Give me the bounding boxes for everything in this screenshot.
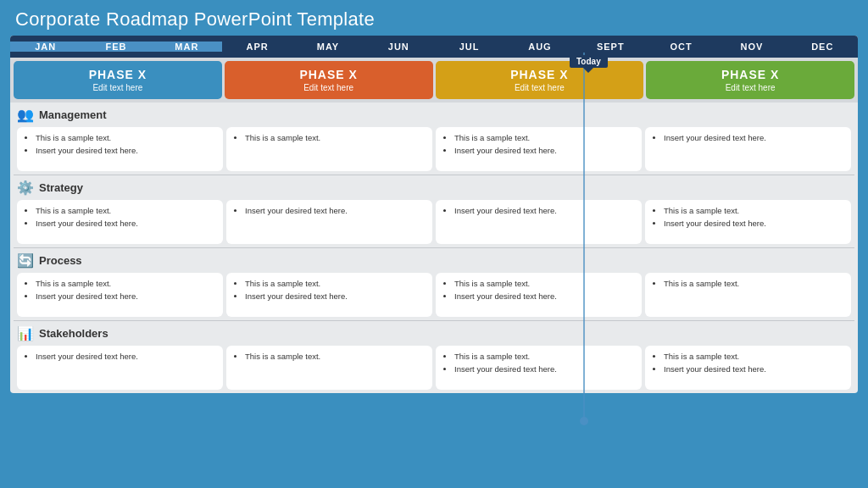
card-3-3: This is a sample text.Insert your desire… — [645, 346, 851, 390]
card-1-2: Insert your desired text here. — [436, 200, 642, 244]
card-1-0: This is a sample text.Insert your desire… — [17, 200, 223, 244]
card-list-item: Insert your desired text here. — [664, 363, 844, 375]
card-3-1: This is a sample text. — [226, 346, 432, 390]
phase-title-2: PHASE X — [439, 68, 641, 81]
card-3-0: Insert your desired text here. — [17, 346, 223, 390]
category-icon-stakeholders: 📊 — [17, 325, 34, 341]
category-section-process: 🔄ProcessThis is a sample text.Insert you… — [10, 248, 858, 320]
month-cell-apr: APR — [222, 42, 292, 52]
month-cell-dec: DEC — [787, 42, 858, 52]
month-cell-sept: SEPT — [576, 42, 646, 52]
phase-sub-0: Edit text here — [17, 83, 219, 92]
today-flag-wrapper: Today — [570, 53, 608, 68]
card-list-item: This is a sample text. — [454, 278, 635, 290]
category-section-strategy: ⚙️StrategyThis is a sample text.Insert y… — [10, 175, 858, 247]
card-2-3: This is a sample text. — [645, 273, 851, 317]
category-section-stakeholders: 📊StakeholdersInsert your desired text he… — [10, 321, 858, 393]
card-0-0: This is a sample text.Insert your desire… — [17, 127, 223, 171]
month-cell-feb: FEB — [81, 42, 151, 52]
card-2-1: This is a sample text.Insert your desire… — [226, 273, 432, 317]
phase-box-0: PHASE XEdit text here — [14, 61, 222, 99]
phase-sub-1: Edit text here — [228, 83, 430, 92]
card-list-item: Insert your desired text here. — [245, 205, 426, 217]
category-header-process: 🔄Process — [15, 251, 853, 270]
cards-row-stakeholders: Insert your desired text here.This is a … — [15, 343, 853, 393]
card-list-item: Insert your desired text here. — [454, 145, 635, 157]
card-0-2: This is a sample text.Insert your desire… — [436, 127, 642, 171]
months-row: JANFEBMARAPRMAYJUNJULAUGSEPTOCTNOVDEC — [10, 36, 858, 58]
month-cell-aug: AUG — [504, 42, 575, 52]
category-name-stakeholders: Stakeholders — [39, 327, 108, 340]
page-title: Corporate Roadmap PowerPoint Template — [0, 0, 868, 36]
card-list-item: Insert your desired text here. — [664, 218, 844, 230]
category-name-strategy: Strategy — [39, 181, 83, 194]
card-list-item: This is a sample text. — [36, 278, 216, 290]
month-cell-jan: JAN — [10, 42, 81, 52]
phase-title-1: PHASE X — [228, 68, 430, 81]
phase-box-1: PHASE XEdit text here — [225, 61, 433, 99]
card-list-item: Insert your desired text here. — [36, 145, 216, 157]
card-1-3: This is a sample text.Insert your desire… — [645, 200, 851, 244]
category-section-management: 👥ManagementThis is a sample text.Insert … — [10, 103, 858, 175]
card-list-item: This is a sample text. — [36, 205, 216, 217]
card-list-item: This is a sample text. — [245, 351, 426, 363]
today-flag: Today — [570, 55, 608, 68]
category-icon-process: 🔄 — [17, 252, 34, 269]
phase-box-2: PHASE XEdit text here — [436, 61, 644, 99]
card-list-item: Insert your desired text here. — [36, 218, 216, 230]
month-cell-jun: JUN — [364, 42, 434, 52]
content-area: JANFEBMARAPRMAYJUNJULAUGSEPTOCTNOVDEC PH… — [10, 36, 858, 393]
month-cell-nov: NOV — [716, 42, 787, 52]
card-list-item: Insert your desired text here. — [454, 205, 635, 217]
card-list-item: This is a sample text. — [245, 132, 426, 144]
category-header-stakeholders: 📊Stakeholders — [15, 324, 853, 343]
card-0-1: This is a sample text. — [226, 127, 432, 171]
month-cell-oct: OCT — [646, 42, 716, 52]
today-line — [583, 53, 585, 417]
card-list-item: Insert your desired text here. — [245, 291, 426, 302]
category-name-management: Management — [39, 108, 106, 121]
category-header-management: 👥Management — [15, 105, 853, 125]
card-2-0: This is a sample text.Insert your desire… — [17, 273, 223, 317]
card-list-item: Insert your desired text here. — [664, 132, 844, 144]
cards-row-strategy: This is a sample text.Insert your desire… — [15, 197, 853, 247]
card-list-item: Insert your desired text here. — [454, 291, 635, 302]
card-list-item: This is a sample text. — [664, 278, 844, 290]
card-list-item: This is a sample text. — [454, 132, 635, 144]
phase-title-3: PHASE X — [649, 68, 851, 81]
month-cell-may: MAY — [292, 42, 363, 52]
card-list-item: Insert your desired text here. — [36, 351, 216, 363]
card-3-2: This is a sample text.Insert your desire… — [436, 346, 642, 390]
card-list-item: This is a sample text. — [664, 205, 844, 217]
card-list-item: This is a sample text. — [245, 278, 426, 290]
card-list-item: This is a sample text. — [36, 132, 216, 144]
phase-title-0: PHASE X — [17, 68, 219, 81]
category-header-strategy: ⚙️Strategy — [15, 178, 853, 197]
today-dot — [580, 417, 588, 425]
phase-sub-2: Edit text here — [439, 83, 641, 92]
card-list-item: This is a sample text. — [664, 351, 844, 363]
card-list-item: Insert your desired text here. — [36, 291, 216, 302]
card-1-1: Insert your desired text here. — [226, 200, 432, 244]
month-cell-jul: JUL — [434, 42, 504, 52]
category-icon-management: 👥 — [17, 107, 34, 123]
categories-container: 👥ManagementThis is a sample text.Insert … — [10, 103, 858, 393]
month-cell-mar: MAR — [152, 42, 222, 52]
phase-sub-3: Edit text here — [649, 83, 851, 92]
phases-row: PHASE XEdit text herePHASE XEdit text he… — [10, 58, 858, 103]
card-list-item: This is a sample text. — [454, 351, 635, 363]
phase-box-3: PHASE XEdit text here — [646, 61, 854, 99]
cards-row-process: This is a sample text.Insert your desire… — [15, 270, 853, 320]
card-0-3: Insert your desired text here. — [645, 127, 851, 171]
cards-row-management: This is a sample text.Insert your desire… — [15, 125, 853, 175]
card-2-2: This is a sample text.Insert your desire… — [436, 273, 642, 317]
card-list-item: Insert your desired text here. — [454, 363, 635, 375]
category-name-process: Process — [39, 254, 82, 267]
category-icon-strategy: ⚙️ — [17, 180, 34, 196]
